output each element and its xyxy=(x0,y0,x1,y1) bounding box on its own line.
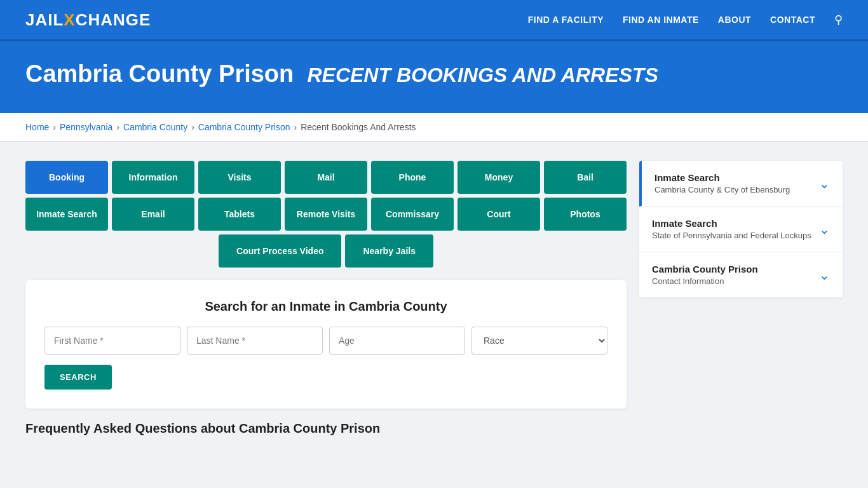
nav-about[interactable]: ABOUT xyxy=(718,15,751,25)
main-nav: FIND A FACILITY FIND AN INMATE ABOUT CON… xyxy=(528,13,843,27)
tab-row-1: Booking Information Visits Mail Phone Mo… xyxy=(25,161,627,194)
nav-contact[interactable]: CONTACT xyxy=(770,15,815,25)
tab-bail[interactable]: Bail xyxy=(544,161,627,194)
sidebar-item-1[interactable]: Inmate Search State of Pennsylvania and … xyxy=(639,207,843,252)
tab-photos[interactable]: Photos xyxy=(544,198,627,231)
breadcrumb-current: Recent Bookings And Arrests xyxy=(301,122,416,132)
breadcrumb-sep-3: › xyxy=(191,122,194,132)
tab-mail[interactable]: Mail xyxy=(285,161,367,194)
search-button[interactable]: SEARCH xyxy=(44,365,112,390)
tab-remote-visits[interactable]: Remote Visits xyxy=(285,198,367,231)
hero-section: Cambria County Prison RECENT BOOKINGS AN… xyxy=(0,41,868,113)
tab-row-3: Court Process Video Nearby Jails xyxy=(25,234,627,268)
breadcrumb: Home › Pennsylvania › Cambria County › C… xyxy=(25,122,843,132)
breadcrumb-sep-4: › xyxy=(294,122,297,132)
main-content: Booking Information Visits Mail Phone Mo… xyxy=(0,142,868,458)
sidebar-item-1-sub: State of Pennsylvania and Federal Lockup… xyxy=(652,231,811,240)
inmate-search-box: Search for an Inmate in Cambria County R… xyxy=(25,280,627,409)
sidebar-item-1-text: Inmate Search State of Pennsylvania and … xyxy=(652,218,811,240)
breadcrumb-cambria-county[interactable]: Cambria County xyxy=(123,122,187,132)
tab-information[interactable]: Information xyxy=(112,161,194,194)
logo[interactable]: JAILXCHANGE xyxy=(25,10,151,30)
nav-find-inmate[interactable]: FIND AN INMATE xyxy=(623,15,699,25)
tab-inmate-search[interactable]: Inmate Search xyxy=(25,198,108,231)
tab-booking[interactable]: Booking xyxy=(25,161,108,194)
search-box-title: Search for an Inmate in Cambria County xyxy=(44,299,607,314)
sidebar-item-0[interactable]: Inmate Search Cambria County & City of E… xyxy=(639,161,843,207)
tab-court[interactable]: Court xyxy=(458,198,540,231)
page-title-main: Cambria County Prison xyxy=(25,60,294,87)
nav-find-facility[interactable]: FIND A FACILITY xyxy=(528,15,604,25)
tab-money[interactable]: Money xyxy=(458,161,540,194)
search-icon[interactable]: ⚲ xyxy=(834,13,843,27)
sidebar-item-1-title: Inmate Search xyxy=(652,218,811,229)
page-title: Cambria County Prison RECENT BOOKINGS AN… xyxy=(25,60,843,88)
chevron-down-icon-0: ⌄ xyxy=(819,176,830,191)
sidebar-item-0-title: Inmate Search xyxy=(654,172,790,183)
right-sidebar: Inmate Search Cambria County & City of E… xyxy=(639,161,843,438)
tab-court-process-video[interactable]: Court Process Video xyxy=(219,234,341,268)
sidebar-item-0-text: Inmate Search Cambria County & City of E… xyxy=(654,172,790,194)
sidebar-item-2-text: Cambria County Prison Contact Informatio… xyxy=(652,264,758,286)
page-title-subtitle: RECENT BOOKINGS AND ARRESTS xyxy=(307,64,658,86)
tab-tablets[interactable]: Tablets xyxy=(198,198,281,231)
breadcrumb-sep-1: › xyxy=(53,122,56,132)
bottom-heading: Frequently Asked Questions about Cambria… xyxy=(25,421,627,438)
age-input[interactable] xyxy=(329,327,465,355)
sidebar-card: Inmate Search Cambria County & City of E… xyxy=(639,161,843,297)
sidebar-item-2[interactable]: Cambria County Prison Contact Informatio… xyxy=(639,252,843,297)
search-fields: Race White Black Hispanic Asian Other xyxy=(44,327,607,355)
tab-email[interactable]: Email xyxy=(112,198,194,231)
breadcrumb-home[interactable]: Home xyxy=(25,122,49,132)
breadcrumb-bar: Home › Pennsylvania › Cambria County › C… xyxy=(0,113,868,142)
breadcrumb-sep-2: › xyxy=(116,122,119,132)
header: JAILXCHANGE FIND A FACILITY FIND AN INMA… xyxy=(0,0,868,41)
first-name-input[interactable] xyxy=(44,327,180,355)
logo-jail: JAIL xyxy=(25,10,64,30)
sidebar-item-2-sub: Contact Information xyxy=(652,276,758,286)
logo-x: X xyxy=(64,10,75,30)
tab-phone[interactable]: Phone xyxy=(371,161,454,194)
breadcrumb-pennsylvania[interactable]: Pennsylvania xyxy=(60,122,112,132)
tab-commissary[interactable]: Commissary xyxy=(371,198,454,231)
logo-exchange: CHANGE xyxy=(76,10,151,30)
last-name-input[interactable] xyxy=(187,327,323,355)
chevron-down-icon-1: ⌄ xyxy=(819,222,830,237)
race-select[interactable]: Race White Black Hispanic Asian Other xyxy=(471,327,607,355)
breadcrumb-prison[interactable]: Cambria County Prison xyxy=(198,122,290,132)
tab-visits[interactable]: Visits xyxy=(198,161,281,194)
sidebar-item-0-sub: Cambria County & City of Ebensburg xyxy=(654,185,790,194)
tab-row-2: Inmate Search Email Tablets Remote Visit… xyxy=(25,198,627,231)
tab-nearby-jails[interactable]: Nearby Jails xyxy=(345,234,433,268)
chevron-down-icon-2: ⌄ xyxy=(819,268,830,283)
left-column: Booking Information Visits Mail Phone Mo… xyxy=(25,161,627,438)
sidebar-item-2-title: Cambria County Prison xyxy=(652,264,758,274)
